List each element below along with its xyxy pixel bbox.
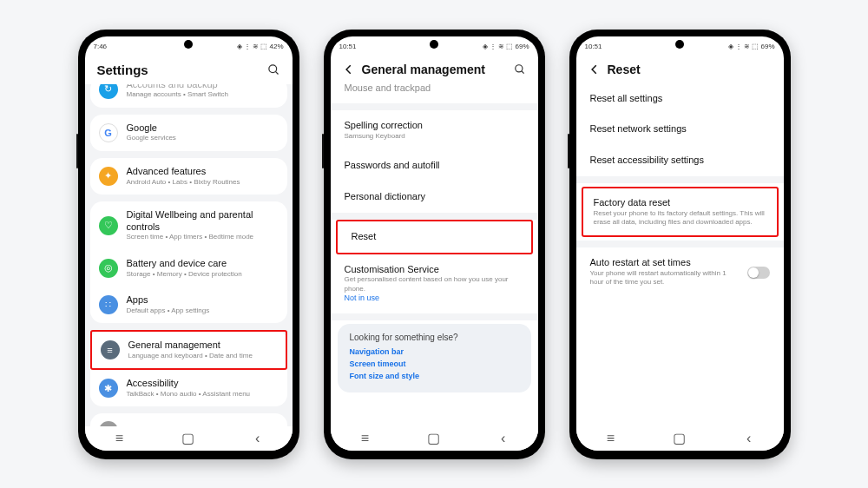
toggle-switch[interactable] (747, 267, 770, 279)
item-status: Not in use (345, 293, 524, 304)
gm-item[interactable]: Reset (338, 221, 531, 253)
phone-mockup-2: 10:51 ◈ ⋮ ≋ ⬚ 69% General management Mou… (324, 30, 545, 459)
svg-point-2 (515, 64, 522, 71)
setting-sub: Screen time • App timers • Bedtime mode (127, 233, 279, 241)
suggestions-title: Looking for something else? (350, 333, 519, 342)
suggestion-link[interactable]: Screen timeout (350, 359, 519, 368)
reset-item[interactable]: Reset network settings (576, 114, 784, 145)
gm-list[interactable]: Mouse and trackpadSpelling correctionSam… (331, 80, 538, 426)
item-sub: Get personalised content based on how yo… (345, 275, 524, 293)
setting-sub: Default apps • App settings (127, 307, 279, 315)
status-right: ◈ ⋮ ≋ ⬚ 69% (728, 43, 775, 50)
svg-line-3 (521, 70, 523, 73)
home-button[interactable]: ▢ (428, 432, 440, 445)
item-label: Spelling correction (345, 120, 524, 132)
status-right: ◈ ⋮ ≋ ⬚ 42% (237, 43, 284, 50)
reset-item[interactable]: Reset all settings (576, 83, 784, 115)
setting-icon: ✱ (99, 379, 118, 398)
camera-hole (675, 40, 684, 49)
setting-sub: Manage accounts • Smart Switch (127, 90, 279, 99)
screen: 10:51 ◈ ⋮ ≋ ⬚ 69% General management Mou… (331, 36, 538, 451)
auto-restart-item[interactable]: Auto restart at set timesYour phone will… (576, 247, 784, 297)
settings-item[interactable]: GGoogleGoogle services (90, 115, 287, 151)
page-title: Settings (97, 63, 260, 77)
gm-item[interactable]: Mouse and trackpad (331, 80, 538, 104)
suggestions-panel: Looking for something else?Navigation ba… (338, 324, 531, 392)
settings-item[interactable]: ✱AccessibilityTalkBack • Mono audio • As… (90, 370, 287, 406)
setting-label: Advanced features (127, 166, 279, 178)
phone-mockup-1: 7:46 ◈ ⋮ ≋ ⬚ 42% Settings ↻Accounts and … (78, 30, 299, 459)
back-icon[interactable] (589, 63, 601, 76)
status-right: ◈ ⋮ ≋ ⬚ 69% (483, 43, 529, 50)
recents-button[interactable]: ≡ (604, 432, 616, 445)
setting-sub: Android Auto • Labs • Bixby Routines (127, 178, 279, 187)
nav-bar: ≡ ▢ ‹ (85, 426, 293, 451)
item-sub: Reset your phone to its factory default … (594, 209, 766, 228)
reset-item[interactable]: Reset accessibility settings (576, 145, 784, 176)
nav-bar: ≡ ▢ ‹ (331, 426, 538, 451)
settings-item[interactable]: ∷AppsDefault apps • App settings (90, 287, 287, 323)
header: Reset (576, 54, 784, 83)
item-label: Auto restart at set times (590, 257, 739, 269)
reset-list[interactable]: Reset all settingsReset network settings… (576, 83, 784, 426)
header: Settings (85, 54, 293, 84)
suggestion-link[interactable]: Navigation bar (350, 347, 519, 356)
setting-label: Apps (127, 294, 279, 307)
factory-reset-item[interactable]: Factory data resetReset your phone to it… (583, 188, 777, 236)
setting-icon: ✦ (99, 167, 118, 186)
settings-item[interactable]: ⟳Software update (90, 413, 287, 425)
setting-label: Software update (127, 425, 279, 426)
setting-sub: TalkBack • Mono audio • Assistant menu (127, 390, 279, 399)
setting-icon: ♡ (99, 216, 118, 235)
camera-hole (430, 40, 438, 49)
back-icon[interactable] (343, 63, 355, 76)
item-label: Personal dictionary (345, 191, 524, 203)
page-title: General management (362, 63, 507, 76)
settings-item[interactable]: ◎Battery and device careStorage • Memory… (90, 250, 287, 287)
settings-item[interactable]: ♡Digital Wellbeing and parental controls… (90, 201, 287, 250)
gm-item[interactable]: Customisation ServiceGet personalised co… (331, 254, 538, 313)
back-button[interactable]: ‹ (743, 432, 755, 445)
setting-label: Accounts and backup (127, 84, 279, 91)
item-label: Reset all settings (590, 93, 770, 105)
suggestion-link[interactable]: Font size and style (350, 372, 519, 380)
recents-button[interactable]: ≡ (358, 432, 371, 445)
setting-label: General management (128, 340, 277, 352)
recents-button[interactable]: ≡ (113, 432, 125, 445)
setting-icon: ◎ (99, 259, 118, 278)
item-label: Mouse and trackpad (345, 82, 524, 95)
status-time: 10:51 (339, 43, 357, 50)
nav-bar: ≡ ▢ ‹ (576, 426, 784, 451)
setting-label: Battery and device care (127, 258, 279, 270)
back-button[interactable]: ‹ (252, 432, 264, 445)
settings-item[interactable]: ≡General managementLanguage and keyboard… (92, 332, 286, 368)
search-icon[interactable] (514, 63, 526, 76)
item-sub: Your phone will restart automatically wi… (590, 269, 739, 287)
page-title: Reset (608, 63, 772, 76)
item-sub: Samsung Keyboard (345, 132, 524, 141)
setting-icon: ∷ (99, 295, 118, 314)
setting-label: Accessibility (127, 378, 279, 390)
screen: 10:51 ◈ ⋮ ≋ ⬚ 69% Reset Reset all settin… (576, 36, 784, 451)
home-button[interactable]: ▢ (182, 432, 194, 445)
item-label: Factory data reset (594, 197, 766, 209)
search-icon[interactable] (267, 63, 280, 76)
settings-list[interactable]: ↻Accounts and backupManage accounts • Sm… (85, 84, 293, 426)
setting-sub: Storage • Memory • Device protection (127, 270, 279, 279)
item-label: Reset network settings (590, 123, 770, 135)
svg-point-0 (268, 64, 276, 72)
item-label: Reset accessibility settings (590, 155, 770, 167)
setting-sub: Google services (127, 134, 279, 142)
svg-line-1 (275, 71, 278, 74)
settings-item[interactable]: ✦Advanced featuresAndroid Auto • Labs • … (90, 158, 287, 195)
gm-item[interactable]: Personal dictionary (331, 181, 538, 213)
item-label: Reset (352, 231, 517, 243)
settings-item[interactable]: ↻Accounts and backupManage accounts • Sm… (90, 84, 287, 108)
back-button[interactable]: ‹ (497, 432, 510, 445)
gm-item[interactable]: Passwords and autofill (331, 150, 538, 181)
setting-label: Google (127, 122, 279, 135)
setting-label: Digital Wellbeing and parental controls (127, 209, 279, 234)
home-button[interactable]: ▢ (674, 432, 686, 445)
setting-sub: Language and keyboard • Date and time (128, 352, 277, 360)
gm-item[interactable]: Spelling correctionSamsung Keyboard (331, 110, 538, 150)
